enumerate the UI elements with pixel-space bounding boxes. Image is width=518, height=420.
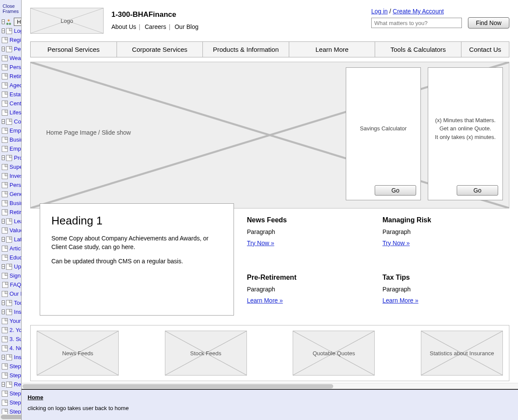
main-hscroll[interactable] — [22, 383, 518, 389]
tree-item[interactable]: Retirement Income — [2, 208, 21, 217]
tree-item[interactable]: −Home — [2, 17, 21, 26]
tree-item[interactable]: −Products & Information — [2, 153, 21, 162]
about-link[interactable]: About Us — [111, 23, 136, 30]
logo-placeholder[interactable]: Logo — [30, 8, 104, 34]
tree-item[interactable]: Centrelink Support — [2, 99, 21, 108]
find-now-button[interactable]: Find Now — [468, 17, 509, 28]
tree-item[interactable]: Superannuation — [2, 162, 21, 171]
nav-tools[interactable]: Tools & Calculators — [375, 42, 461, 57]
tree-item-label: Your current situation — [9, 318, 21, 324]
collapse-icon[interactable]: − — [2, 119, 5, 124]
collapse-icon[interactable]: − — [2, 355, 5, 360]
tree-item[interactable]: Lifestyle and Wellbeing — [2, 108, 21, 117]
collapse-icon[interactable]: − — [2, 309, 5, 314]
page-icon — [2, 110, 8, 116]
page-icon — [6, 218, 12, 224]
tile-placeholder[interactable]: Stock Feeds — [165, 331, 247, 376]
tree-item[interactable]: Step 1 — [2, 362, 21, 371]
tree-item[interactable]: Register — [2, 35, 21, 44]
tree-item[interactable]: FAQ — [2, 280, 21, 289]
canvas-scroll[interactable]: Logo 1-300-BHAFinance About Us| Careers|… — [22, 0, 518, 383]
tree-item[interactable]: −Learn More — [2, 217, 21, 226]
collapse-icon[interactable]: − — [2, 237, 5, 242]
main-area: Logo 1-300-BHAFinance About Us| Careers|… — [22, 0, 518, 420]
tree-item[interactable]: Value of Advice — [2, 226, 21, 235]
collapse-icon[interactable]: − — [2, 382, 5, 387]
tree-item[interactable]: −Corporate Services — [2, 117, 21, 126]
quote-go-button[interactable]: Go — [457, 185, 498, 196]
tile-placeholder[interactable]: News Feeds — [37, 331, 119, 376]
tree-item[interactable]: −Latest Financial News — [2, 235, 21, 244]
nav-contact[interactable]: Contact Us — [461, 42, 509, 57]
close-frames-link[interactable]: Close Frames — [2, 2, 21, 16]
tile-placeholder[interactable]: Statistics about Insurance — [421, 331, 503, 376]
tree-item[interactable]: Sign Up — [2, 271, 21, 280]
tree-item[interactable]: Business Insurance — [2, 199, 21, 208]
tree-item[interactable]: Business Insurance — [2, 135, 21, 144]
tree-item[interactable]: −Insurance Quotes — [2, 353, 21, 362]
sidebar-hscroll[interactable] — [0, 414, 21, 420]
tree-item[interactable]: Personal Protection — [2, 63, 21, 72]
nav-corporate[interactable]: Corporate Services — [117, 42, 203, 57]
nav-products[interactable]: Products & Information — [203, 42, 289, 57]
tree-item[interactable]: Step 1 — [2, 389, 21, 398]
nav-learn[interactable]: Learn More — [289, 42, 376, 57]
tree-item[interactable]: Personal Insurance — [2, 180, 21, 189]
tree-item-label: Products & Information — [14, 155, 21, 161]
info-link[interactable]: Learn More » — [382, 297, 418, 304]
info-link[interactable]: Learn More » — [247, 297, 283, 304]
tree-item[interactable]: Step 2 — [2, 398, 21, 407]
tree-item[interactable]: 3. Suggested Level — [2, 335, 21, 344]
page-icon — [2, 273, 8, 279]
tree-item[interactable]: Educational Documents — [2, 253, 21, 262]
tile-placeholder[interactable]: Quotable Quotes — [293, 331, 375, 376]
quote-card: (x) Minutes that Matters.Get an online Q… — [428, 67, 503, 200]
tree-item[interactable]: Employer Superannuation — [2, 126, 21, 135]
collapse-icon[interactable]: − — [2, 28, 5, 33]
create-account-link[interactable]: Create My Account — [393, 8, 444, 15]
tree-item[interactable]: Your current situation — [2, 316, 21, 325]
nav-personal[interactable]: Personal Services — [31, 42, 117, 57]
tree-item-label: Wealth Building — [9, 55, 21, 61]
search-input[interactable] — [371, 18, 462, 28]
tree-item[interactable]: −Retirement Tracker — [2, 380, 21, 389]
tree-item[interactable]: Step 2 — [2, 371, 21, 380]
tree-item[interactable]: 4. Next Steps — [2, 344, 21, 353]
collapse-icon[interactable]: − — [2, 264, 5, 269]
collapse-icon[interactable]: − — [2, 300, 5, 305]
tree-item[interactable]: Aged Care — [2, 81, 21, 90]
tree-item[interactable]: 2. Your Lifestyle Insurance — [2, 325, 21, 335]
tree-item[interactable]: −Tools and Calculators — [2, 298, 21, 307]
blog-link[interactable]: Our Blog — [174, 23, 198, 30]
tree-item[interactable]: Wealth Building — [2, 54, 21, 63]
info-link[interactable]: Try Now » — [382, 240, 410, 246]
collapse-icon[interactable]: − — [2, 19, 5, 24]
sidebar-scroll[interactable]: Close Frames −Home−Login / RegisterRegis… — [0, 0, 21, 420]
tree-item[interactable]: Employee Services — [2, 144, 21, 153]
info-item: News FeedsParagraphTry Now » — [247, 216, 370, 258]
collapse-icon[interactable]: − — [2, 155, 5, 160]
page-icon — [2, 64, 8, 70]
tree-item[interactable]: −Insurance Needs Analysis — [2, 307, 21, 316]
tree-item[interactable]: Our Blog — [2, 289, 21, 298]
page-icon — [2, 55, 8, 61]
tree-item-label: Employee Services — [9, 145, 21, 152]
info-link[interactable]: Try Now » — [247, 240, 274, 246]
tree-item[interactable]: −Personal Services — [2, 44, 21, 54]
feature-box: Heading 1 Some Copy about Company Achiev… — [40, 203, 234, 316]
tree-item[interactable]: −Upcoming Events — [2, 262, 21, 271]
collapse-icon[interactable]: − — [2, 219, 5, 224]
careers-link[interactable]: Careers — [145, 23, 166, 30]
tree-item[interactable]: General Insurance — [2, 189, 21, 199]
savings-go-button[interactable]: Go — [375, 185, 416, 196]
login-link[interactable]: Log in — [371, 8, 388, 15]
tree-item[interactable]: Estate Planning — [2, 90, 21, 99]
page-icon — [2, 173, 8, 179]
tree-item[interactable]: −Login / Register — [2, 26, 21, 35]
tree-item[interactable]: Investments — [2, 171, 21, 180]
collapse-icon[interactable]: − — [2, 47, 5, 51]
page-icon — [6, 119, 12, 125]
tree-item[interactable]: Retirement Planning — [2, 72, 21, 81]
tree-item[interactable]: Article — [2, 244, 21, 253]
site-title: 1-300-BHAFinance — [111, 10, 363, 19]
